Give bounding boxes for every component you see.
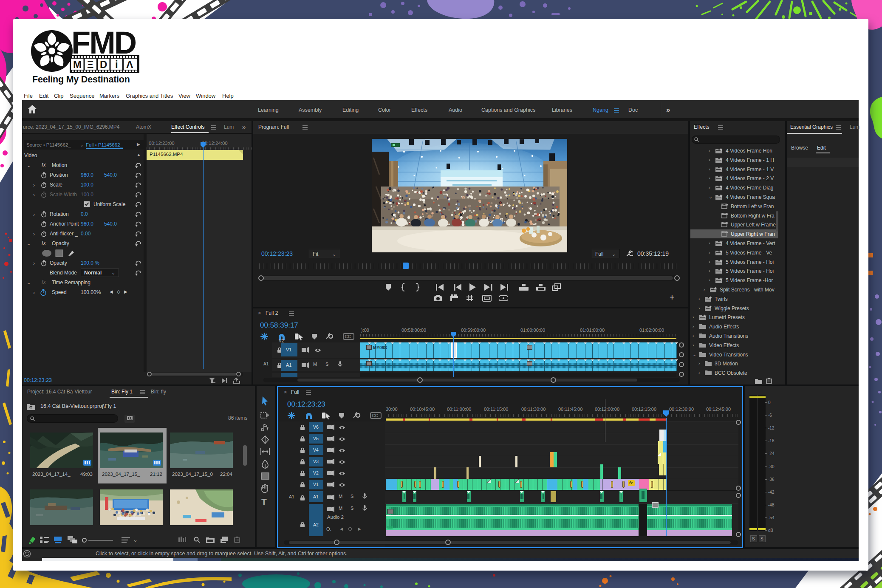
svg-text:Ξ: Ξ [87, 59, 93, 70]
svg-text:Feeling My Destination: Feeling My Destination [32, 74, 130, 85]
svg-text:i: i [115, 59, 118, 70]
svg-text:Λ: Λ [126, 59, 133, 70]
svg-text:FMD: FMD [71, 25, 136, 60]
svg-text:CC: CC [345, 334, 351, 339]
svg-text:CC: CC [372, 413, 378, 418]
svg-text:M: M [73, 59, 82, 70]
svg-text:D: D [100, 59, 107, 70]
